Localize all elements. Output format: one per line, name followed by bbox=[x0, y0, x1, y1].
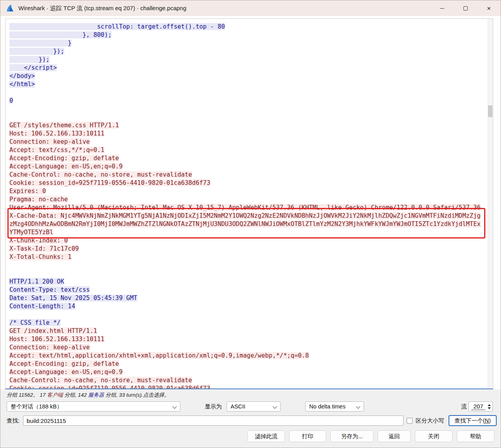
stream-line[interactable]: Pragma: no-cache bbox=[9, 195, 481, 204]
close-stream-button[interactable]: 关闭 bbox=[415, 430, 452, 442]
help-button[interactable]: 帮助 bbox=[457, 430, 494, 442]
spinner-arrows[interactable] bbox=[486, 402, 492, 411]
stream-line[interactable]: zMzg4ODhhMzAwODBmN2RmYjI0MjI0MWJmMWZhZTZ… bbox=[9, 220, 481, 228]
window-title: Wireshark · 追踪 TCP 流 (tcp.stream eq 207)… bbox=[18, 5, 186, 12]
wireshark-icon bbox=[6, 4, 14, 13]
back-button[interactable]: 返回 bbox=[378, 430, 411, 442]
stream-line[interactable] bbox=[9, 311, 481, 319]
stream-number-spinner[interactable]: 207 bbox=[469, 401, 493, 412]
stream-line[interactable]: </html> bbox=[9, 80, 481, 89]
filter-out-stream-button[interactable]: 滤掉此流 bbox=[247, 430, 285, 442]
stream-line[interactable]: GET /index.html HTTP/1.1 bbox=[9, 327, 481, 335]
stream-line[interactable]: </body> bbox=[9, 72, 481, 80]
stream-line[interactable]: Content-Type: text/css bbox=[9, 286, 481, 294]
stream-line[interactable] bbox=[9, 105, 481, 113]
close-icon: × bbox=[487, 5, 491, 12]
follow-stream-window: { "window": { "title": "Wireshark · 追踪 T… bbox=[0, 0, 501, 448]
status-segment: 分组, 142 bbox=[63, 392, 88, 398]
stream-line[interactable]: Host: 106.52.166.133:10111 bbox=[9, 335, 481, 343]
stream-line[interactable]: 0 bbox=[9, 97, 481, 105]
status-segment: 分组 11562。 17 bbox=[7, 392, 47, 398]
status-text: 分组 11562。 17 客户端 分组, 142 服务器 分组, 33 turn… bbox=[7, 392, 169, 399]
show-as-select-value: ASCII bbox=[231, 403, 245, 410]
find-next-label-suffix: ) bbox=[489, 417, 491, 424]
stream-line[interactable]: User-Agent: Mozilla/5.0 (Macintosh; Inte… bbox=[9, 204, 481, 212]
maximize-icon bbox=[463, 6, 468, 11]
stream-line[interactable] bbox=[9, 261, 481, 269]
stream-line[interactable]: YTMyOTE5YzBl bbox=[9, 228, 481, 237]
stream-text-area[interactable]: scrollTop: target.offset().top - 80 }, 8… bbox=[5, 18, 493, 389]
delta-times-select[interactable]: No delta times bbox=[305, 401, 364, 412]
stream-line[interactable]: Accept-Encoding: gzip, deflate bbox=[9, 360, 481, 368]
stream-line[interactable]: X-Chunk-Index: 0 bbox=[9, 237, 481, 245]
stream-line[interactable]: } bbox=[9, 39, 481, 47]
stream-line[interactable]: Connection: keep-alive bbox=[9, 343, 481, 352]
maximize-button[interactable] bbox=[454, 0, 477, 16]
stream-line[interactable]: Expires: 0 bbox=[9, 187, 481, 195]
stream-line[interactable]: scrollTop: target.offset().top - 80 bbox=[9, 23, 481, 31]
chevron-down-icon bbox=[172, 404, 177, 408]
bottom-panel: 分组 11562。 17 客户端 分组, 142 服务器 分组, 33 turn… bbox=[0, 389, 501, 448]
stream-label: 流 bbox=[461, 401, 467, 412]
stream-line[interactable]: X-Total-Chunks: 1 bbox=[9, 253, 481, 261]
stream-line[interactable]: }); bbox=[9, 56, 481, 64]
find-input[interactable] bbox=[23, 415, 404, 426]
conversation-select-value: 整个对话（188 kB） bbox=[11, 403, 62, 410]
dialog-buttons: 滤掉此流 打印 另存为... 返回 关闭 帮助 bbox=[247, 430, 494, 442]
save-as-button[interactable]: 另存为... bbox=[330, 430, 373, 442]
stream-line[interactable]: X-Task-Id: 71c17c09 bbox=[9, 245, 481, 253]
status-server-count: 服务器 bbox=[88, 392, 104, 398]
find-next-label: 查找下一个( bbox=[454, 417, 485, 425]
status-client-count: 客户端 bbox=[47, 392, 63, 398]
stream-line[interactable]: Connection: keep-alive bbox=[9, 138, 481, 146]
scrollbar-thumb[interactable] bbox=[488, 105, 492, 117]
stream-line[interactable]: HTTP/1.1 200 OK bbox=[9, 278, 481, 286]
spin-up-icon[interactable] bbox=[488, 404, 491, 406]
stream-line[interactable]: Date: Sat, 15 Nov 2025 05:45:39 GMT bbox=[9, 294, 481, 302]
conversation-select[interactable]: 整个对话（188 kB） bbox=[7, 401, 180, 412]
stream-line[interactable]: Accept: text/html,application/xhtml+xml,… bbox=[9, 352, 481, 360]
stream-line[interactable] bbox=[9, 269, 481, 278]
spin-down-icon[interactable] bbox=[488, 407, 491, 409]
chevron-down-icon bbox=[272, 404, 277, 408]
find-next-button[interactable]: 查找下一个(N) bbox=[449, 415, 497, 426]
stream-line[interactable]: Accept-Encoding: gzip, deflate bbox=[9, 154, 481, 163]
stream-line[interactable]: GET /styles/theme.css HTTP/1.1 bbox=[9, 121, 481, 130]
find-label: 查找: bbox=[7, 415, 20, 426]
stream-line[interactable]: X-Cache-Data: Njc4MWVkNjNmZjNkMGM1YTg5Nj… bbox=[9, 212, 481, 220]
close-button[interactable]: × bbox=[477, 0, 501, 16]
case-sensitive-checkbox[interactable] bbox=[407, 418, 413, 424]
stream-line[interactable]: </script> bbox=[9, 64, 481, 72]
stream-line[interactable]: }, 800); bbox=[9, 31, 481, 39]
vertical-scrollbar[interactable] bbox=[488, 19, 493, 388]
stream-line[interactable]: Cookie: session_id=925f7119-0556-4410-98… bbox=[9, 179, 481, 187]
title-bar[interactable]: Wireshark · 追踪 TCP 流 (tcp.stream eq 207)… bbox=[0, 0, 501, 16]
stream-line[interactable]: Accept-Language: en-US,en;q=0.9 bbox=[9, 163, 481, 171]
case-sensitive-label: 区分大小写 bbox=[416, 415, 444, 426]
stream-line[interactable]: Cache-Control: no-cache, no-store, must-… bbox=[9, 171, 481, 179]
stream-number-value: 207 bbox=[471, 403, 485, 410]
stream-line[interactable] bbox=[9, 89, 481, 97]
stream-line[interactable]: Accept: text/css,*/*;q=0.1 bbox=[9, 146, 481, 154]
status-segment: 分组, 33 turn(s).点击选择。 bbox=[104, 392, 169, 398]
stream-line[interactable] bbox=[9, 113, 481, 121]
stream-line[interactable]: Accept-Language: en-US,en;q=0.9 bbox=[9, 368, 481, 376]
stream-line[interactable]: Content-Length: 14 bbox=[9, 302, 481, 311]
stream-text: scrollTop: target.offset().top - 80 }, 8… bbox=[9, 23, 481, 389]
show-as-select[interactable]: ASCII bbox=[227, 401, 281, 412]
stream-line[interactable]: Host: 106.52.166.133:10111 bbox=[9, 130, 481, 138]
delta-times-select-value: No delta times bbox=[309, 403, 346, 410]
print-button[interactable]: 打印 bbox=[289, 430, 326, 442]
stream-line[interactable]: }); bbox=[9, 47, 481, 56]
chevron-down-icon bbox=[356, 404, 360, 408]
stream-line[interactable]: /* CSS file */ bbox=[9, 319, 481, 327]
stream-line[interactable]: Cookie: session_id=925f7119-0556-4410-98… bbox=[9, 385, 481, 389]
minimize-button[interactable] bbox=[430, 0, 454, 16]
stream-line[interactable]: Cache-Control: no-cache, no-store, must-… bbox=[9, 376, 481, 385]
show-as-label: 显示为 bbox=[205, 401, 222, 412]
minimize-icon bbox=[440, 8, 444, 9]
find-next-mnemonic: N bbox=[485, 417, 489, 424]
